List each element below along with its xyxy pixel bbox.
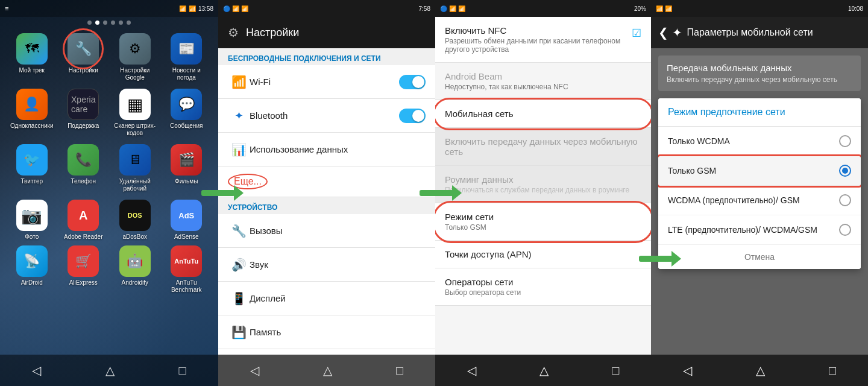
recents-button-2[interactable]: □ xyxy=(396,364,403,378)
status-time-4: 10:08 xyxy=(848,5,863,12)
status-bar-right: 📶 📶 13:58 xyxy=(179,5,213,12)
wcdma-gsm-option[interactable]: WCDMA (предпочтительно)/ GSM xyxy=(658,186,861,215)
back-button-2[interactable]: ◁ xyxy=(250,363,259,378)
operators-item[interactable]: Операторы сети Выбор оператора сети xyxy=(435,268,651,306)
app-movies[interactable]: 🎬 Фильмы xyxy=(165,144,209,192)
data-usage-label: Использование данных xyxy=(250,144,426,154)
app-adobe[interactable]: A Adobe Reader xyxy=(61,200,106,241)
dot-3[interactable] xyxy=(103,21,107,25)
wifi-toggle[interactable] xyxy=(399,75,426,89)
data-roaming-item[interactable]: Роуминг данных Подключаться к службам пе… xyxy=(435,166,651,203)
data-transfer-item[interactable]: Включить передачу данных через мобильную… xyxy=(435,128,651,166)
bluetooth-item[interactable]: ✦ Bluetooth xyxy=(218,99,435,133)
gsm-only-radio[interactable] xyxy=(839,165,851,177)
app-airdroid[interactable]: 📡 AirDroid xyxy=(10,245,54,294)
display-item[interactable]: 📱 Дисплей xyxy=(218,282,435,315)
settings-title: Настройки xyxy=(246,27,299,39)
gsm-only-option[interactable]: Только GSM xyxy=(658,156,861,186)
back-button-1[interactable]: ◁ xyxy=(32,363,41,378)
dot-4[interactable] xyxy=(111,21,115,25)
wifi-icon: 📶 xyxy=(228,75,250,89)
app-settings[interactable]: 🔧 Настройки xyxy=(61,33,106,81)
app-adsense[interactable]: AdS AdSense xyxy=(165,200,209,241)
status-bar-2: 🔵 📶 📶 7:58 xyxy=(218,0,435,17)
app-messages[interactable]: 💬 Сообщения xyxy=(165,89,209,137)
app-label-antutu: AnTuTu Benchmark xyxy=(165,279,209,294)
bluetooth-icon: ✦ xyxy=(228,109,250,122)
app-photo[interactable]: 📷 Фото xyxy=(10,200,54,241)
wifi-item[interactable]: 📶 Wi-Fi xyxy=(218,65,435,99)
memory-item[interactable]: 💾 Память xyxy=(218,315,435,349)
dot-5[interactable] xyxy=(119,21,123,25)
home-button-3[interactable]: △ xyxy=(539,363,549,378)
wcdma-only-option[interactable]: Только WCDMA xyxy=(658,127,861,156)
home-button-4[interactable]: △ xyxy=(756,363,765,378)
lte-option[interactable]: LTE (предпочтительно)/ WCDMA/GSM xyxy=(658,215,861,245)
app-support[interactable]: Xperiacare Поддержка xyxy=(61,89,106,137)
mobile-net-item[interactable]: Мобильная сеть xyxy=(435,100,651,128)
cancel-button[interactable]: Отмена xyxy=(658,245,861,269)
wcdma-only-radio[interactable] xyxy=(839,135,851,147)
recents-button-4[interactable]: □ xyxy=(829,364,836,378)
nfc-item[interactable]: ☑ Включить NFC Разрешить обмен данными п… xyxy=(435,17,651,63)
data-transfer-title: Включить передачу данных через мобильную… xyxy=(445,136,641,157)
app-ali[interactable]: 🛒 AliExpress xyxy=(61,245,106,294)
beam-item[interactable]: Android Beam Недоступно, так как выключе… xyxy=(435,63,651,100)
recents-button-3[interactable]: □ xyxy=(612,364,619,378)
app-dos[interactable]: DOS aDosBox xyxy=(113,200,157,241)
data-usage-item[interactable]: 📊 Использование данных xyxy=(218,133,435,166)
calls-item[interactable]: 🔧 Вызовы xyxy=(218,214,435,248)
network-mode-dialog-panel: 📶 📶 10:08 ❮ ✦ Параметры мобильной сети П… xyxy=(651,0,868,386)
dot-2[interactable] xyxy=(95,21,99,25)
data-usage-icon: 📊 xyxy=(228,142,250,157)
home-button-2[interactable]: △ xyxy=(323,363,332,378)
app-label-ali: AliExpress xyxy=(69,279,98,286)
more-item[interactable]: Еще... xyxy=(218,166,435,197)
beam-sub: Недоступно, так как выключена NFC xyxy=(445,83,641,91)
app-gsettings[interactable]: ⚙ Настройки Google xyxy=(113,33,157,81)
gsm-only-label: Только GSM xyxy=(668,166,839,176)
app-androidify[interactable]: 🤖 Androidify xyxy=(113,245,157,294)
power-item[interactable]: ⚡ Электропитание xyxy=(218,349,435,355)
wcdma-gsm-label: WCDMA (предпочтительно)/ GSM xyxy=(668,195,839,205)
dot-1[interactable] xyxy=(87,21,92,25)
wifi-status-icon: 📶 xyxy=(179,5,186,12)
mobile-net-title: Мобильная сеть xyxy=(445,109,641,119)
app-twitter[interactable]: 🐦 Твиттер xyxy=(10,144,54,192)
memory-icon: 💾 xyxy=(228,325,250,340)
app-label-support: Поддержка xyxy=(68,122,99,130)
app-grid: 🗺 Мой трек 🔧 Настройки ⚙ Настройки Googl… xyxy=(0,28,218,245)
status-battery-3: 20% xyxy=(634,5,646,12)
bluetooth-toggle[interactable] xyxy=(399,109,426,123)
app-antutu[interactable]: AnTuTu AnTuTu Benchmark xyxy=(165,245,209,294)
info-title: Передача мобильных данных xyxy=(667,63,852,73)
apn-item[interactable]: Точки доступа (APN) xyxy=(435,241,651,268)
operators-sub: Выбор оператора сети xyxy=(445,288,641,297)
app-news[interactable]: 📰 Новости и погода xyxy=(165,33,209,81)
status-bar-1: ≡ 📶 📶 13:58 xyxy=(0,0,218,17)
page-dots xyxy=(0,17,218,28)
back-button-4[interactable]: ❮ ✦ xyxy=(658,25,682,40)
back-button-4-nav[interactable]: ◁ xyxy=(683,363,692,378)
app-icon-adobe: A xyxy=(68,200,99,231)
network-mode-title: Режим сети xyxy=(445,212,641,222)
dot-6[interactable] xyxy=(127,21,131,25)
sound-item[interactable]: 🔊 Звук xyxy=(218,248,435,282)
app-ok[interactable]: 👤 Одноклассники xyxy=(10,89,54,137)
recents-button-1[interactable]: □ xyxy=(179,364,186,378)
network-mode-item[interactable]: Режим сети Только GSM xyxy=(435,203,651,241)
app-barcode[interactable]: ▦ Сканер штрих-кодов xyxy=(113,89,157,137)
status-icons-4: 📶 📶 xyxy=(656,5,672,12)
settings-highlight-circle xyxy=(63,28,104,69)
settings-content: БЕСПРОВОДНЫЕ ПОДКЛЮЧЕНИЯ И СЕТИ 📶 Wi-Fi … xyxy=(218,48,435,355)
wcdma-gsm-radio[interactable] xyxy=(839,194,851,206)
app-remote[interactable]: 🖥 Удалённый рабочий xyxy=(113,144,157,192)
back-button-3[interactable]: ◁ xyxy=(467,363,476,378)
data-roaming-sub: Подключаться к службам передачи данных в… xyxy=(445,186,641,194)
bottom-nav-2: ◁ △ □ xyxy=(218,355,435,386)
app-label-airdroid: AirDroid xyxy=(21,279,43,286)
lte-radio[interactable] xyxy=(839,224,851,236)
app-maps[interactable]: 🗺 Мой трек xyxy=(10,33,54,81)
home-button-1[interactable]: △ xyxy=(105,363,115,378)
app-phone[interactable]: 📞 Телефон xyxy=(61,144,106,192)
